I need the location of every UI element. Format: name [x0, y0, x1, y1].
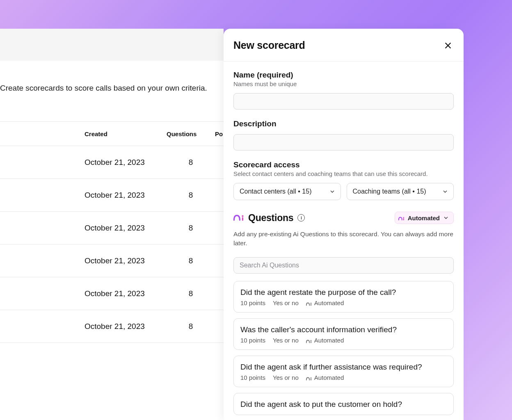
svg-point-4: [311, 303, 311, 304]
description-label: Description: [233, 119, 454, 128]
panel-title: New scorecard: [233, 39, 305, 51]
question-title: Did the agent ask if further assistance …: [240, 363, 447, 372]
svg-point-8: [311, 377, 311, 378]
question-points: 10 points: [240, 337, 265, 344]
question-card[interactable]: Was the caller's account information ver…: [233, 318, 454, 350]
ai-icon: [233, 214, 245, 222]
table-row[interactable]: October 21, 2023 8: [0, 277, 224, 310]
access-field-block: Scorecard access Select contact centers …: [233, 160, 454, 200]
cell-created: October 21, 2023: [85, 289, 167, 298]
cell-questions: 8: [167, 322, 215, 331]
question-title: Was the caller's account information ver…: [240, 325, 447, 334]
table-row[interactable]: October 21, 2023 8: [0, 146, 224, 179]
question-type: Yes or no: [273, 337, 299, 344]
question-points: 10 points: [240, 374, 265, 381]
questions-block: Questions i Automated: [233, 212, 454, 415]
cell-questions: 8: [167, 289, 215, 298]
contact-centers-select[interactable]: Contact centers (all • 15): [233, 183, 341, 200]
name-input[interactable]: [233, 93, 454, 110]
svg-point-6: [311, 340, 311, 341]
description-field-block: Description: [233, 119, 454, 151]
column-header-created[interactable]: Created: [85, 130, 167, 137]
question-title: Did the agent ask to put the customer on…: [240, 400, 447, 409]
questions-list: Did the agent restate the purpose of the…: [233, 281, 454, 415]
description-input[interactable]: [233, 134, 454, 151]
svg-point-2: [403, 217, 404, 218]
panel-header: New scorecard: [224, 29, 464, 62]
chevron-down-icon: [442, 188, 448, 195]
question-mode: Automated: [314, 337, 344, 344]
question-points: 10 points: [240, 299, 265, 306]
background-page-description: Create scorecards to score calls based o…: [0, 71, 224, 106]
name-label: Name (required): [233, 71, 454, 80]
cell-questions: 8: [167, 158, 215, 167]
background-table: Created Questions Po October 21, 2023 8 …: [0, 121, 224, 343]
table-row[interactable]: October 21, 2023 8: [0, 310, 224, 343]
svg-point-0: [242, 215, 243, 217]
table-row[interactable]: October 21, 2023 8: [0, 244, 224, 277]
cell-questions: 8: [167, 224, 215, 233]
ai-icon: [306, 338, 312, 342]
contact-centers-select-label: Contact centers (all • 15): [240, 188, 311, 195]
search-questions-input[interactable]: [233, 257, 454, 274]
info-icon[interactable]: i: [297, 214, 305, 221]
cell-created: October 21, 2023: [85, 322, 167, 331]
question-card[interactable]: Did the agent ask to put the customer on…: [233, 393, 454, 415]
cell-created: October 21, 2023: [85, 256, 167, 265]
column-header-points[interactable]: Po: [215, 130, 223, 137]
cell-created: October 21, 2023: [85, 224, 167, 233]
close-icon: [443, 41, 453, 50]
cell-questions: 8: [167, 256, 215, 265]
automated-filter-label: Automated: [408, 215, 440, 221]
ai-icon: [398, 215, 405, 220]
question-type: Yes or no: [273, 299, 299, 306]
table-row[interactable]: October 21, 2023 8: [0, 179, 224, 212]
questions-title: Questions: [248, 212, 293, 224]
question-mode: Automated: [314, 374, 344, 381]
table-header-row: Created Questions Po: [0, 121, 224, 146]
background-page: Create scorecards to score calls based o…: [0, 29, 224, 420]
question-mode: Automated: [314, 299, 344, 306]
chevron-down-icon: [443, 215, 449, 221]
cell-created: October 21, 2023: [85, 158, 167, 167]
automated-filter-select[interactable]: Automated: [395, 212, 454, 224]
question-title: Did the agent restate the purpose of the…: [240, 288, 447, 297]
ai-icon: [306, 375, 312, 380]
name-field-block: Name (required) Names must be unique: [233, 71, 454, 110]
column-header-questions[interactable]: Questions: [167, 130, 215, 137]
coaching-teams-select[interactable]: Coaching teams (all • 15): [347, 183, 454, 200]
questions-help-text: Add any pre-existing Ai Questions to thi…: [233, 230, 454, 248]
name-help-text: Names must be unique: [233, 80, 454, 87]
access-help-text: Select contact centers and coaching team…: [233, 170, 454, 177]
new-scorecard-panel: New scorecard Name (required) Names must…: [224, 29, 464, 420]
cell-questions: 8: [167, 191, 215, 200]
chevron-down-icon: [329, 188, 336, 195]
background-header-strip: [0, 29, 224, 61]
table-row[interactable]: October 21, 2023 8: [0, 212, 224, 244]
question-card[interactable]: Did the agent restate the purpose of the…: [233, 281, 454, 313]
coaching-teams-select-label: Coaching teams (all • 15): [353, 188, 426, 195]
ai-icon: [306, 301, 312, 305]
access-label: Scorecard access: [233, 160, 454, 169]
question-card[interactable]: Did the agent ask if further assistance …: [233, 356, 454, 387]
close-button[interactable]: [442, 40, 454, 51]
cell-created: October 21, 2023: [85, 191, 167, 200]
question-type: Yes or no: [273, 374, 299, 381]
